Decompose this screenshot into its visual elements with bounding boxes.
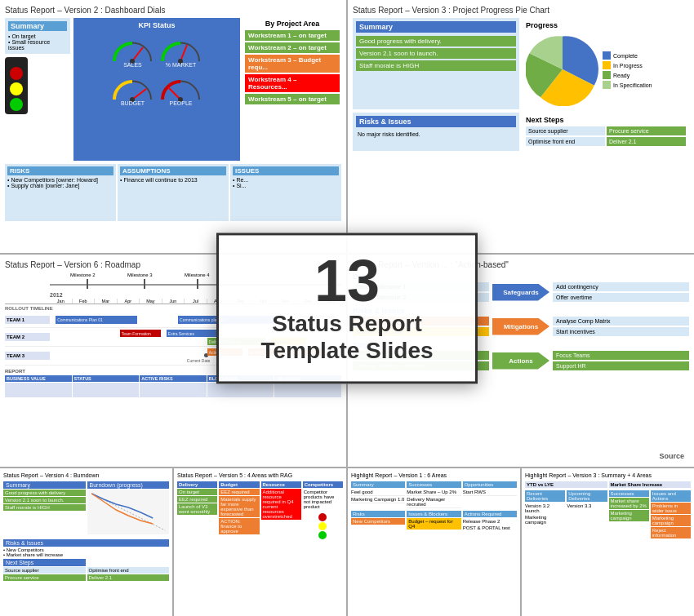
pie-legend: Complete In Progress Ready In Specificat…	[603, 51, 652, 91]
kpi-title: KPI Status	[77, 21, 237, 29]
assumptions-cell: Assumptions • Finance will continue to 2…	[118, 164, 229, 221]
project-area-title: By Project Area	[245, 20, 340, 28]
slide3-title-main: Status Report	[5, 260, 55, 269]
dial-market: % MARKET	[158, 33, 203, 68]
slide-version2: Status Report – Version 2 : Dashboard Di…	[0, 0, 346, 253]
progress-box: Progress Complete In Progress	[523, 18, 689, 109]
slide1-title: Status Report – Version 2 : Dashboard Di…	[5, 5, 341, 15]
slide1-title-main: Status Report	[5, 6, 55, 15]
overlay-number: 13	[243, 251, 451, 310]
kpi-box: KPI Status SALES	[73, 18, 240, 161]
slide2-version: – Version 3 : Project Progress Pie Chart	[405, 6, 549, 15]
source-label: Source	[659, 452, 684, 460]
center-overlay: 13 Status Report Template Slides	[216, 233, 478, 383]
svg-rect-8	[87, 490, 169, 534]
overlay-text-line1: Status Report	[243, 310, 451, 338]
slide-highlight3: Highlight Report – Version 3 : Summary +…	[522, 468, 694, 616]
next-steps-box: Next Steps Source supplier Procure servi…	[523, 113, 689, 151]
traffic-light	[5, 57, 28, 114]
slide3-version: – Version 6 : Roadmap	[57, 260, 140, 269]
tl-green	[10, 98, 23, 111]
tl-yellow	[10, 82, 23, 95]
issues-cell: Issues • Re... • Si...	[230, 164, 341, 221]
workstream-5: Workstream 5 – on target	[245, 94, 340, 104]
slide1-version: – Version 2 : Dashboard Dials	[57, 6, 165, 15]
next-step-row-2: Optimise front end Deliver 2.1	[526, 137, 686, 146]
dial-sales: SALES	[110, 33, 155, 68]
pie-chart	[526, 33, 599, 106]
workstream-1: Workstream 1 – on target	[245, 30, 340, 41]
slide2-body: Summary Good progress with delivery. Ver…	[353, 18, 689, 109]
dials-row: SALES % MARKET	[77, 33, 237, 68]
slide-rag: Status Report – Version 5 : 4 Areas with…	[174, 468, 346, 616]
dial-people: PEOPLE	[158, 71, 203, 106]
slide5-title: Status Report – Version 4 : Burndown	[3, 472, 169, 479]
risks-cell: Risks • New Competitors [owner: Howard] …	[5, 164, 116, 221]
slide1-summary-title: Summary	[8, 21, 67, 31]
svg-line-0	[132, 47, 143, 61]
overlay-text-line2: Template Slides	[243, 338, 451, 366]
svg-line-2	[180, 45, 187, 61]
workstream-3: Workstream 3 – Budget requ...	[245, 55, 340, 73]
bottom-row: Status Report – Version 4 : Burndown Sum…	[0, 468, 694, 616]
slide2-title-main: Status Report	[353, 6, 403, 15]
slide6-title: Status Report – Version 5 : 4 Areas with…	[177, 472, 343, 479]
svg-line-4	[132, 89, 146, 100]
project-area: By Project Area Workstream 1 – on target…	[243, 18, 341, 161]
summary-item-3: Staff morale is HIGH	[356, 60, 516, 71]
slide2-bottom: Risks & Issues No major risks identified…	[353, 113, 689, 151]
main-container: Status Report – Version 2 : Dashboard Di…	[0, 0, 694, 616]
next-step-row-1: Source supplier Procure service	[526, 126, 686, 135]
slide-burndown: Status Report – Version 4 : Burndown Sum…	[0, 468, 172, 616]
workstream-2: Workstream 2 – on target	[245, 42, 340, 53]
slide2-risks: Risks & Issues No major risks identified…	[353, 113, 519, 151]
dial-budget: BUDGET	[110, 71, 155, 106]
svg-line-6	[168, 87, 180, 100]
step-optimise: Optimise front end	[526, 137, 605, 146]
step-deliver: Deliver 2.1	[607, 137, 686, 146]
slide1-summary: Summary • On target • Small resource iss…	[5, 18, 70, 54]
tl-red	[10, 67, 23, 80]
summary-item-1: Good progress with delivery.	[356, 36, 516, 47]
rag-traffic-light	[303, 513, 343, 539]
slide8-title: Highlight Report – Version 3 : Summary +…	[525, 472, 691, 479]
burndown-chart	[87, 490, 170, 534]
step-source: Source supplier	[526, 126, 605, 135]
slide-version3: Status Report – Version 3 : Project Prog…	[348, 0, 694, 253]
slide7-title: Highlight Report – Version 1 : 6 Areas	[351, 472, 517, 479]
workstream-4: Workstream 4 – Resources...	[245, 74, 340, 92]
risks-bar: Risks • New Competitors [owner: Howard] …	[5, 164, 341, 221]
slide2-summary: Summary Good progress with delivery. Ver…	[353, 18, 519, 109]
step-procure: Procure service	[607, 126, 686, 135]
slide2-title: Status Report – Version 3 : Project Prog…	[353, 5, 689, 15]
dials-row2: BUDGET PEOPLE	[77, 71, 237, 106]
summary-item-2: Version 2.1 soon to launch.	[356, 48, 516, 59]
slide-highlight1: Highlight Report – Version 1 : 6 Areas S…	[348, 468, 520, 616]
